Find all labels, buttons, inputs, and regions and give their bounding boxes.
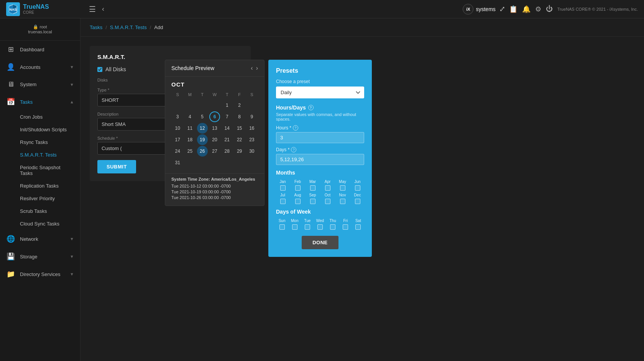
sidebar-item-replication-tasks[interactable]: Replication Tasks xyxy=(0,180,80,192)
dow-sun-checkbox[interactable] xyxy=(279,224,285,230)
days-of-week-section: Days of Week Sun Mon Tue xyxy=(276,209,364,230)
cal-day-6[interactable]: 6 xyxy=(209,111,220,122)
sidebar-item-init-shutdown[interactable]: Init/Shutdown Scripts xyxy=(0,123,80,136)
dow-mon-checkbox[interactable] xyxy=(292,224,297,230)
sidebar-item-cloud-sync[interactable]: Cloud Sync Tasks xyxy=(0,217,80,230)
month-jan-checkbox[interactable] xyxy=(280,185,286,191)
submit-button[interactable]: SUBMIT xyxy=(97,160,136,173)
back-arrow-icon[interactable]: ‹ xyxy=(102,5,104,13)
dow-wed-checkbox[interactable] xyxy=(317,224,323,230)
user-lock-icon: 🔒 root xyxy=(6,25,74,29)
cal-day-17[interactable]: 17 xyxy=(172,134,183,145)
cal-day-15[interactable]: 15 xyxy=(234,123,245,134)
sidebar-item-system[interactable]: 🖥 System ▼ xyxy=(0,76,80,93)
cal-day-27[interactable]: 27 xyxy=(209,146,220,157)
sidebar-item-periodic-snapshot[interactable]: Periodic Snapshot Tasks xyxy=(0,161,80,180)
all-disks-checkbox[interactable] xyxy=(97,67,102,72)
calendar-dow-row: S M T W T F S xyxy=(171,91,258,98)
month-aug-checkbox[interactable] xyxy=(295,199,301,204)
cal-empty-11 xyxy=(246,157,257,168)
calendar-month: OCT xyxy=(171,81,258,88)
sidebar-item-accounts[interactable]: 👤 Accounts ▼ xyxy=(0,58,80,76)
dow-tue-checkbox[interactable] xyxy=(305,224,310,230)
cal-day-12[interactable]: 12 xyxy=(197,123,208,134)
cal-day-22[interactable]: 22 xyxy=(234,134,245,145)
cal-day-21[interactable]: 21 xyxy=(222,134,232,145)
cal-day-1[interactable]: 1 xyxy=(222,100,232,111)
sidebar-item-resilver-priority[interactable]: Resilver Priority xyxy=(0,192,80,205)
power-icon[interactable]: ⏻ xyxy=(546,5,553,13)
month-apr-checkbox[interactable] xyxy=(325,185,330,191)
sidebar-item-smart-tests[interactable]: S.M.A.R.T. Tests xyxy=(0,149,80,161)
cal-day-24[interactable]: 24 xyxy=(172,146,183,157)
document-icon[interactable]: 📋 xyxy=(509,5,518,13)
cal-day-19[interactable]: 19 xyxy=(197,134,208,145)
sidebar-item-scrub-tasks[interactable]: Scrub Tasks xyxy=(0,205,80,217)
sidebar-item-rsync-tasks[interactable]: Rsync Tasks xyxy=(0,136,80,149)
cal-day-11[interactable]: 11 xyxy=(184,123,195,134)
cal-day-10[interactable]: 10 xyxy=(172,123,183,134)
sidebar-item-directory-services[interactable]: 📁 Directory Services ▼ xyxy=(0,265,80,283)
cal-day-23[interactable]: 23 xyxy=(246,134,257,145)
month-dec-checkbox[interactable] xyxy=(355,199,360,204)
cal-day-14[interactable]: 14 xyxy=(222,123,232,134)
month-oct-checkbox[interactable] xyxy=(325,199,330,204)
month-feb-checkbox[interactable] xyxy=(295,185,301,191)
prev-month-button[interactable]: ‹ xyxy=(251,65,253,72)
month-nov-checkbox[interactable] xyxy=(340,199,345,204)
month-mar-checkbox[interactable] xyxy=(310,185,315,191)
hours-input[interactable] xyxy=(276,132,364,143)
hamburger-menu-icon[interactable]: ☰ xyxy=(89,5,96,14)
month-jun-checkbox[interactable] xyxy=(355,185,360,191)
cal-day-18[interactable]: 18 xyxy=(184,134,195,145)
cal-day-9[interactable]: 9 xyxy=(246,111,257,122)
dow-thu-checkbox[interactable] xyxy=(330,224,335,230)
system-arrow-icon: ▼ xyxy=(70,82,74,87)
sidebar-label-storage: Storage xyxy=(20,254,65,260)
sidebar-item-dashboard[interactable]: ⊞ Dashboard xyxy=(0,41,80,58)
cal-day-26[interactable]: 26 xyxy=(197,146,208,157)
cal-day-7[interactable]: 7 xyxy=(222,111,232,122)
cal-day-8[interactable]: 8 xyxy=(234,111,245,122)
dow-sat-checkbox[interactable] xyxy=(355,224,361,230)
next-month-button[interactable]: › xyxy=(256,65,258,72)
cal-day-30[interactable]: 30 xyxy=(246,146,257,157)
month-sep-checkbox[interactable] xyxy=(310,199,315,204)
cal-day-16[interactable]: 16 xyxy=(246,123,257,134)
done-button[interactable]: DONE xyxy=(302,236,338,249)
sidebar-item-tasks[interactable]: 📅 Tasks ▲ xyxy=(0,93,80,111)
month-jul-checkbox[interactable] xyxy=(280,199,286,204)
dow-fri-checkbox[interactable] xyxy=(343,224,348,230)
days-input[interactable] xyxy=(276,154,364,165)
breadcrumb-tasks[interactable]: Tasks xyxy=(90,25,102,30)
hours-days-help-icon[interactable]: ? xyxy=(308,105,314,110)
dow-fri: F xyxy=(233,91,245,98)
trident-icon[interactable]: ⑇ xyxy=(500,5,504,13)
month-may-label: May xyxy=(339,180,346,184)
cal-day-20[interactable]: 20 xyxy=(209,134,220,145)
sidebar-item-storage[interactable]: 💾 Storage ▼ xyxy=(0,248,80,265)
preset-select[interactable]: Daily Weekly Monthly Custom xyxy=(276,87,364,98)
cal-day-2[interactable]: 2 xyxy=(234,100,245,111)
cal-day-28[interactable]: 28 xyxy=(222,146,232,157)
month-may-checkbox[interactable] xyxy=(340,185,345,191)
hours-help-icon[interactable]: ? xyxy=(293,125,298,131)
cal-day-4[interactable]: 4 xyxy=(184,111,195,122)
sidebar-item-network[interactable]: 🌐 Network ▼ xyxy=(0,230,80,248)
settings-icon[interactable]: ⚙ xyxy=(535,5,541,13)
cal-empty-10 xyxy=(234,157,245,168)
days-help-icon[interactable]: ? xyxy=(291,147,296,152)
bell-icon[interactable]: 🔔 xyxy=(522,5,531,13)
sidebar-label-system: System xyxy=(20,82,65,87)
cal-day-5[interactable]: 5 xyxy=(197,111,208,122)
cal-day-31[interactable]: 31 xyxy=(172,157,183,168)
breadcrumb-smart-tests[interactable]: S.M.A.R.T. Tests xyxy=(110,25,147,30)
cal-empty-9 xyxy=(222,157,232,168)
calendar-week-4: 17 18 19 20 21 22 23 xyxy=(171,134,258,145)
cal-day-3[interactable]: 3 xyxy=(172,111,183,122)
sidebar-item-cron-jobs[interactable]: Cron Jobs xyxy=(0,111,80,123)
dow-sat-label: Sat xyxy=(355,219,361,223)
cal-day-29[interactable]: 29 xyxy=(234,146,245,157)
cal-day-25[interactable]: 25 xyxy=(184,146,195,157)
cal-day-13[interactable]: 13 xyxy=(209,123,220,134)
